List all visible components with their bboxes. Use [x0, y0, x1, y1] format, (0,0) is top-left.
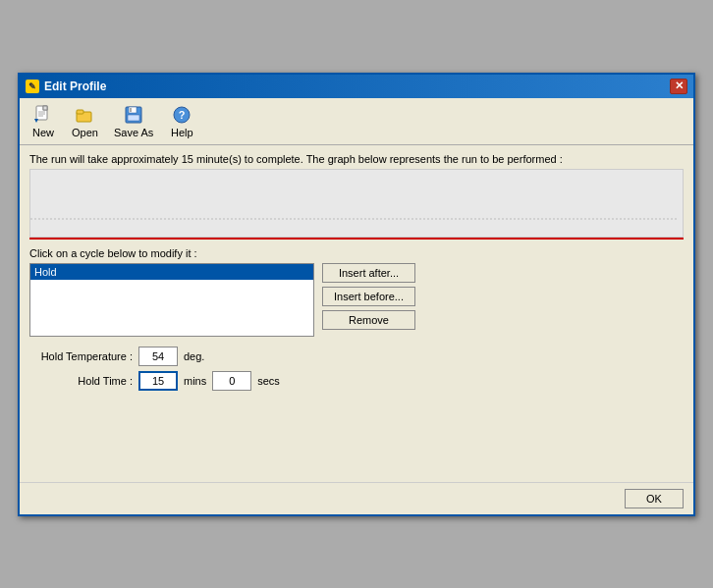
temp-input[interactable] — [138, 347, 178, 366]
title-bar-left: ✎ Edit Profile — [26, 80, 106, 93]
footer: OK — [20, 482, 693, 514]
insert-before-button[interactable]: Insert before... — [322, 287, 415, 306]
params-section: Hold Temperature : deg. Hold Time : mins… — [29, 347, 684, 391]
cycle-area: Hold Insert after... Insert before... Re… — [29, 263, 684, 337]
title-bar: ✎ Edit Profile ✕ — [20, 75, 693, 98]
svg-marker-2 — [43, 106, 47, 110]
new-icon — [32, 104, 54, 126]
toolbar: New Open Save As — [20, 98, 693, 145]
temp-label: Hold Temperature : — [29, 350, 133, 362]
graph-svg — [30, 170, 683, 237]
save-as-icon — [123, 104, 144, 126]
open-icon — [74, 104, 95, 126]
graph-divider — [29, 238, 684, 240]
temp-row: Hold Temperature : deg. — [29, 347, 684, 366]
help-button[interactable]: ? Help — [162, 101, 201, 141]
save-as-label: Save As — [114, 127, 153, 138]
cycle-list-item[interactable]: Hold — [30, 264, 313, 280]
time-mins-unit: mins — [184, 375, 206, 387]
info-text: The run will take approximately 15 minut… — [29, 153, 684, 165]
temp-unit: deg. — [184, 350, 204, 362]
window-icon: ✎ — [26, 80, 39, 93]
svg-marker-6 — [34, 119, 38, 123]
graph-area — [29, 169, 684, 238]
time-label: Hold Time : — [29, 375, 133, 387]
insert-after-button[interactable]: Insert after... — [322, 263, 415, 283]
open-label: Open — [72, 127, 98, 138]
open-button[interactable]: Open — [65, 101, 105, 141]
close-button[interactable]: ✕ — [670, 79, 687, 94]
time-secs-input[interactable] — [212, 371, 251, 391]
content-area: The run will take approximately 15 minut… — [20, 145, 693, 403]
svg-rect-8 — [77, 110, 83, 114]
cycle-list[interactable]: Hold — [29, 263, 314, 337]
ok-button[interactable]: OK — [625, 489, 684, 508]
svg-rect-12 — [130, 108, 132, 112]
main-window: ✎ Edit Profile ✕ New — [18, 73, 695, 516]
new-button[interactable]: New — [24, 101, 63, 141]
help-label: Help — [171, 127, 193, 138]
time-mins-input[interactable] — [138, 371, 178, 391]
time-secs-unit: secs — [257, 375, 280, 387]
new-label: New — [32, 127, 54, 138]
svg-text:?: ? — [179, 109, 186, 121]
cycle-buttons: Insert after... Insert before... Remove — [322, 263, 415, 337]
remove-button[interactable]: Remove — [322, 310, 415, 330]
cycle-section-label: Click on a cycle below to modify it : — [29, 247, 684, 259]
time-row: Hold Time : mins secs — [29, 371, 684, 391]
save-as-button[interactable]: Save As — [107, 101, 160, 141]
svg-rect-11 — [128, 115, 139, 121]
help-icon: ? — [171, 104, 192, 126]
window-title: Edit Profile — [44, 80, 106, 93]
